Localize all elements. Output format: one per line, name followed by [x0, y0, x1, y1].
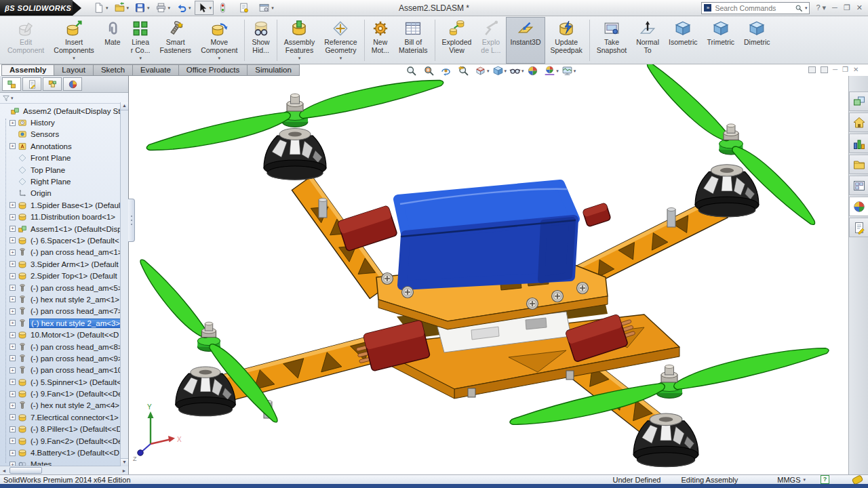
expand-icon[interactable]: +	[9, 296, 16, 302]
qa-options[interactable]: ▾	[256, 1, 276, 15]
ribbon-assembly-features[interactable]: AssemblyFeatures ▾	[279, 17, 320, 64]
expand-icon[interactable]: +	[9, 261, 16, 267]
tree-vertical-scrollbar[interactable]: ▲ ▼	[120, 102, 128, 466]
units-selector[interactable]: MMGS▾	[777, 476, 806, 484]
ribbon-new-motion[interactable]: NewMot... ▾	[367, 17, 394, 64]
expand-icon[interactable]: +	[9, 214, 16, 220]
tree-item[interactable]: + 3.Spider Arm<1> (Default	[1, 258, 128, 270]
hu-zoom-fit[interactable]: ▾	[406, 65, 420, 77]
filter-dropdown-icon[interactable]: ▾	[11, 96, 14, 101]
hu-zoom-area[interactable]: ▾	[423, 65, 438, 77]
tree-item[interactable]: + 4.Battery<1> (Default<<D	[1, 447, 128, 458]
ribbon-exploded-view[interactable]: ExplodedView ▾	[437, 17, 477, 64]
tree-item[interactable]: + Assem1<1> (Default<Disp	[1, 223, 128, 235]
qa-save[interactable]: ▾	[132, 1, 152, 15]
help-button[interactable]: ? ▾	[816, 4, 826, 12]
ribbon-instant3d[interactable]: Instant3D ▾	[506, 17, 546, 64]
tree-item[interactable]: + (-) hex nut style 2_am<3>	[1, 317, 128, 329]
expand-icon[interactable]: +	[9, 285, 16, 291]
taskpane-custom-properties[interactable]	[849, 218, 868, 237]
hu-view-settings[interactable]: ▾	[561, 65, 576, 77]
expand-icon[interactable]: +	[9, 391, 16, 397]
expand-icon[interactable]: +	[9, 120, 16, 126]
ribbon-view-cube[interactable]: Isometric ▾	[664, 17, 703, 64]
ribbon-bom[interactable]: Bill ofMaterials ▾	[394, 17, 433, 64]
ribbon-normal-to[interactable]: NormalTo ▾	[631, 17, 664, 64]
viewport-3d-model[interactable]: YXZ	[129, 64, 848, 474]
tree-item[interactable]: + (-) 9.Fan<2> (Default<<De	[1, 435, 128, 447]
ribbon-mate[interactable]: Mate ▾	[99, 17, 126, 64]
panel-splitter-grip[interactable]	[128, 199, 135, 242]
expand-icon[interactable]: +	[9, 202, 16, 208]
tree-item[interactable]: + (-) pan cross head_am<5>	[1, 282, 128, 293]
tab-sketch[interactable]: Sketch	[93, 64, 133, 76]
tab-assembly[interactable]: Assembly	[1, 64, 54, 76]
tree-item[interactable]: + History	[1, 117, 128, 128]
tree-item[interactable]: + Annotations	[1, 140, 128, 152]
hu-prev-view[interactable]: ▾	[458, 65, 473, 77]
ribbon-take-snapshot[interactable]: TakeSnapshot ▾	[592, 17, 631, 64]
tree-item[interactable]: + 11.Distribution board<1>	[1, 211, 128, 223]
qa-properties[interactable]: ▾	[236, 1, 256, 15]
hu-hide-items[interactable]: ▾	[509, 65, 524, 77]
ribbon-view-cube[interactable]: Dimetric ▾	[739, 17, 775, 64]
tree-item[interactable]: + (-) 8.Piller<1> (Default<<D	[1, 424, 128, 435]
filter-icon[interactable]	[2, 94, 10, 102]
ribbon-smart-fasteners[interactable]: SmartFasteners ▾	[155, 17, 196, 64]
tree-item[interactable]: + (-) pan cross head_am<10	[1, 365, 128, 376]
doc-minimize-button[interactable]: ─	[833, 66, 837, 73]
fmtab-configuration-manager[interactable]	[43, 77, 62, 91]
ribbon-reference-geometry[interactable]: ReferenceGeometry ▾	[319, 17, 361, 64]
doc-tile-icon[interactable]	[821, 66, 828, 73]
expand-icon[interactable]: +	[9, 403, 16, 409]
tab-office-products[interactable]: Office Products	[178, 64, 248, 76]
doc-restore-button[interactable]: ❐	[842, 66, 848, 73]
tree-item[interactable]: + Assem2 (Default<Display St	[1, 105, 128, 117]
tab-evaluate[interactable]: Evaluate	[132, 64, 179, 76]
fmtab-property-manager[interactable]	[22, 77, 41, 91]
expand-icon[interactable]: +	[9, 320, 16, 326]
qa-undo[interactable]: ▾	[174, 1, 193, 15]
doc-close-button[interactable]: ✕	[853, 66, 859, 73]
tree-item[interactable]: + (-) pan cross head_am<7>	[1, 306, 128, 317]
tree-horizontal-scrollbar[interactable]: ◄ ►	[0, 466, 128, 474]
close-button[interactable]: ✕	[856, 4, 863, 12]
qa-open[interactable]: ▾	[112, 1, 132, 15]
tree-item[interactable]: + 1.Spider Base<1> (Default	[1, 199, 128, 211]
tree-item[interactable]: + Top Plane	[1, 164, 128, 176]
ribbon-insert-components[interactable]: InsertComponents ▾	[49, 17, 99, 64]
scroll-up-icon[interactable]: ▲	[121, 102, 128, 110]
tree-item[interactable]: + (-) hex nut style 2_am<4>	[1, 400, 128, 411]
fmtab-display-manager[interactable]	[63, 77, 82, 91]
tree-item[interactable]: + (-) 5.Spinner<1> (Default<	[1, 376, 128, 388]
expand-icon[interactable]: +	[9, 379, 16, 385]
scroll-right-icon[interactable]: ►	[120, 468, 128, 473]
taskpane-appearances[interactable]	[849, 197, 868, 216]
expand-icon[interactable]: +	[9, 355, 16, 361]
quick-tips-icon[interactable]: ?	[821, 475, 829, 484]
search-commands-box[interactable]: » ▾	[701, 2, 810, 14]
expand-icon[interactable]: +	[9, 273, 16, 279]
expand-icon[interactable]: +	[9, 308, 16, 314]
expand-icon[interactable]: +	[9, 414, 16, 420]
tree-item[interactable]: + (-) 6.Spacer<1> (Default<	[1, 235, 128, 246]
expand-icon[interactable]: +	[9, 367, 16, 373]
expand-icon[interactable]: +	[9, 143, 16, 149]
tree-item[interactable]: + (-) hex nut style 2_am<1>	[1, 293, 128, 305]
ribbon-linear-pattern[interactable]: Linear Co... ▾	[126, 17, 155, 64]
restore-button[interactable]: ❐	[844, 4, 850, 12]
hu-section-view[interactable]: ▾	[475, 65, 490, 77]
tree-item[interactable]: + 2.Spider Top<1> (Default	[1, 270, 128, 281]
search-dropdown-icon[interactable]: ▾	[805, 5, 808, 11]
taskpane-home[interactable]	[849, 113, 868, 132]
tree-item[interactable]: + (-) pan cross head_am<8>	[1, 341, 128, 352]
taskpane-library[interactable]	[849, 134, 868, 153]
tree-item[interactable]: + 7.Elecrtical connector<1>	[1, 411, 128, 423]
hu-rotate-view[interactable]: ▾	[440, 65, 455, 77]
tree-item[interactable]: + Right Plane	[1, 176, 128, 187]
expand-icon[interactable]: +	[9, 344, 16, 350]
doc-cascade-icon[interactable]	[808, 66, 816, 73]
tree-item[interactable]: + (-) pan cross head_am<1>	[1, 247, 128, 258]
expand-icon[interactable]: +	[9, 426, 16, 432]
tab-simulation[interactable]: Simulation	[247, 64, 300, 76]
